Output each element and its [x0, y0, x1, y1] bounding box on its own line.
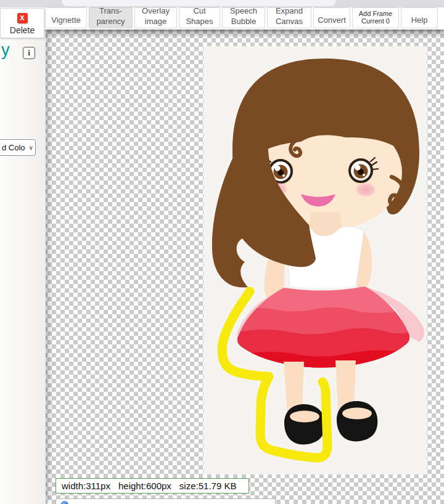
status-size: size:51.79 KB	[179, 481, 237, 491]
bottom-partial-control[interactable]	[56, 498, 276, 504]
status-height: height:600px	[118, 481, 171, 491]
left-panel: y i d Colo ∨	[0, 30, 46, 504]
x-icon: X	[17, 13, 28, 23]
panel-heading-fragment: y	[1, 41, 10, 60]
expand-canvas-button[interactable]: Expand Canvas	[267, 7, 311, 28]
color-dropdown[interactable]: d Colo ∨	[0, 139, 36, 156]
info-icon[interactable]: i	[23, 47, 35, 59]
girl-clipart	[204, 46, 427, 474]
transparency-button[interactable]: Trans- parency	[89, 7, 133, 28]
edited-image[interactable]	[204, 46, 427, 474]
top-pill-fragment	[62, 0, 336, 6]
help-button[interactable]: Help	[401, 7, 438, 28]
toolbar-button-row: Vignette Trans- parency Overlay image Cu…	[45, 7, 438, 28]
speech-bubble-button[interactable]: Speech Bubble	[222, 7, 265, 28]
chevron-down-icon: ∨	[29, 144, 33, 151]
top-band	[0, 0, 444, 7]
cut-shapes-button[interactable]: Cut Shapes	[179, 7, 220, 28]
dropdown-value: d Colo	[2, 143, 25, 152]
blush-right	[355, 182, 376, 197]
convert-button[interactable]: Convert	[313, 7, 350, 28]
app-window: Vignette Trans- parency Overlay image Cu…	[0, 0, 444, 504]
vignette-button[interactable]: Vignette	[45, 7, 87, 28]
image-info-status: width:311px height:600px size:51.79 KB	[56, 478, 249, 494]
status-width: width:311px	[62, 481, 110, 491]
delete-label: Delete	[10, 25, 35, 35]
blue-dot-icon	[60, 501, 68, 504]
add-frame-button[interactable]: Add Frame Current 0	[352, 7, 399, 28]
delete-button[interactable]: X Delete	[0, 8, 44, 38]
overlay-image-button[interactable]: Overlay image	[134, 7, 177, 28]
